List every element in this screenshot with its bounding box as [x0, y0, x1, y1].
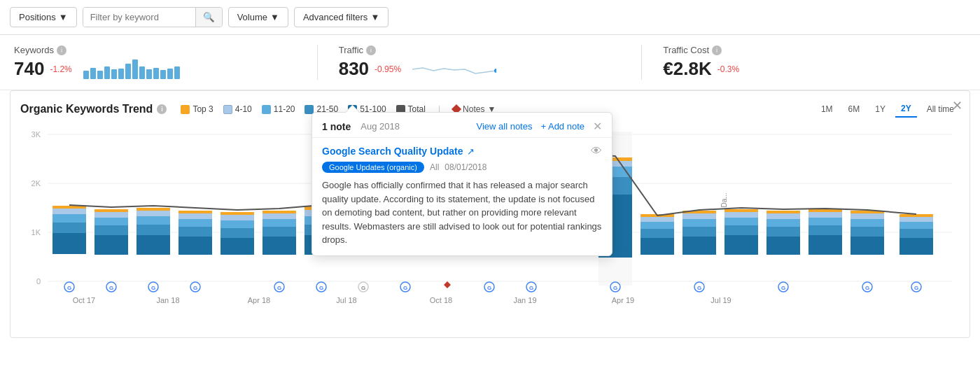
stats-row: Keywords i 740 -1.2% [0, 35, 980, 90]
time-2y[interactable]: 2Y [895, 101, 917, 118]
time-1m[interactable]: 1M [816, 101, 839, 117]
mini-bar [153, 68, 159, 79]
svg-rect-82 [640, 222, 674, 229]
svg-rect-88 [682, 213, 716, 219]
legend-4-10[interactable]: 4-10 [223, 104, 252, 114]
svg-text:G: G [151, 285, 155, 291]
add-note-button[interactable]: + Add note [540, 121, 584, 132]
advanced-filters-chevron-icon: ▼ [370, 12, 379, 22]
svg-text:Oct 17: Oct 17 [73, 296, 95, 304]
traffic-cost-stat: Traffic Cost i €2.8K -0.3% [663, 45, 966, 80]
svg-rect-25 [178, 227, 212, 237]
keywords-value: 740 [14, 58, 44, 80]
legend-4-10-checkbox [223, 105, 232, 114]
mini-bar [174, 66, 180, 79]
svg-rect-37 [262, 213, 296, 219]
svg-text:Jul 19: Jul 19 [710, 296, 731, 304]
traffic-change: -0.95% [374, 64, 401, 74]
note-title-row: Google Search Quality Update ↗ 👁 [322, 145, 602, 157]
eye-icon[interactable]: 👁 [591, 145, 602, 157]
svg-text:G: G [403, 285, 407, 291]
svg-rect-90 [724, 235, 758, 255]
svg-rect-106 [850, 227, 884, 237]
traffic-info-icon[interactable]: i [366, 45, 376, 55]
svg-rect-85 [682, 237, 716, 255]
legend-top3[interactable]: Top 3 [181, 104, 213, 114]
svg-rect-96 [766, 227, 800, 237]
svg-rect-80 [640, 238, 674, 255]
positions-dropdown[interactable]: Positions ▼ [10, 7, 77, 27]
note-tag[interactable]: Google Updates (organic) [322, 162, 424, 173]
note-count: 1 note [322, 121, 351, 132]
toolbar: Positions ▼ 🔍 Volume ▼ Advanced filters … [0, 0, 980, 35]
traffic-cost-value: €2.8K [663, 58, 711, 80]
svg-rect-15 [94, 225, 128, 235]
keywords-change: -1.2% [50, 64, 71, 74]
time-6m[interactable]: 6M [843, 101, 866, 117]
svg-rect-103 [808, 212, 842, 218]
svg-rect-105 [850, 237, 884, 255]
mini-bar [97, 71, 103, 79]
svg-point-0 [494, 69, 496, 73]
chart-info-icon[interactable]: i [157, 104, 167, 114]
svg-rect-16 [94, 218, 128, 225]
svg-text:G: G [109, 285, 113, 291]
note-date: Aug 2018 [360, 121, 400, 132]
svg-rect-111 [899, 229, 933, 238]
svg-rect-99 [766, 211, 800, 213]
note-tags: Google Updates (organic) All 08/01/2018 [322, 162, 602, 173]
chart-title: Organic Keywords Trend i [20, 103, 167, 115]
keywords-info-icon[interactable]: i [57, 45, 66, 55]
svg-text:3K: 3K [31, 130, 41, 139]
svg-marker-131 [444, 281, 451, 288]
legend-11-20[interactable]: 11-20 [262, 104, 295, 114]
svg-rect-26 [178, 219, 212, 227]
mini-bar [125, 64, 131, 79]
volume-label: Volume [237, 12, 267, 22]
note-all-label: All [430, 162, 439, 172]
svg-rect-87 [682, 219, 716, 227]
svg-rect-33 [220, 212, 254, 215]
svg-rect-107 [850, 219, 884, 227]
keywords-label: Keywords [14, 45, 54, 55]
mini-bar [118, 69, 124, 79]
search-icon: 🔍 [203, 12, 215, 22]
svg-text:G: G [193, 285, 197, 291]
mini-bar [146, 69, 152, 79]
svg-text:Da...: Da... [720, 192, 728, 207]
keyword-search-input[interactable] [83, 8, 195, 27]
popup-close-button[interactable]: ✕ [593, 120, 602, 133]
note-title[interactable]: Google Search Quality Update [322, 146, 463, 157]
keywords-mini-chart [83, 59, 180, 79]
svg-rect-92 [724, 218, 758, 225]
svg-rect-91 [724, 225, 758, 235]
svg-rect-86 [682, 227, 716, 237]
volume-dropdown[interactable]: Volume ▼ [228, 7, 288, 27]
svg-rect-114 [899, 214, 933, 217]
view-all-notes-link[interactable]: View all notes [476, 121, 532, 132]
search-button[interactable]: 🔍 [195, 8, 222, 27]
note-popup-body: Google Search Quality Update ↗ 👁 Google … [312, 138, 612, 255]
svg-rect-21 [136, 216, 170, 225]
svg-rect-97 [766, 219, 800, 227]
note-popup-header: 1 note Aug 2018 View all notes + Add not… [312, 113, 612, 138]
svg-text:Apr 18: Apr 18 [248, 296, 270, 304]
chart-close-button[interactable]: ✕ [952, 98, 962, 113]
mini-bar [83, 71, 89, 79]
traffic-cost-info-icon[interactable]: i [712, 45, 722, 55]
svg-rect-29 [220, 238, 254, 255]
traffic-cost-label: Traffic Cost [663, 45, 709, 55]
svg-rect-11 [52, 214, 86, 223]
svg-text:1K: 1K [31, 228, 41, 237]
advanced-filters-dropdown[interactable]: Advanced filters ▼ [294, 7, 388, 27]
time-1y[interactable]: 1Y [869, 101, 891, 117]
traffic-cost-change: -0.3% [718, 64, 739, 74]
svg-rect-110 [899, 238, 933, 255]
svg-text:G: G [865, 285, 869, 291]
svg-text:G: G [487, 285, 491, 291]
svg-rect-22 [136, 211, 170, 216]
traffic-value: 830 [339, 58, 369, 80]
svg-rect-27 [178, 213, 212, 219]
svg-rect-36 [262, 219, 296, 227]
mini-bar [160, 70, 166, 79]
